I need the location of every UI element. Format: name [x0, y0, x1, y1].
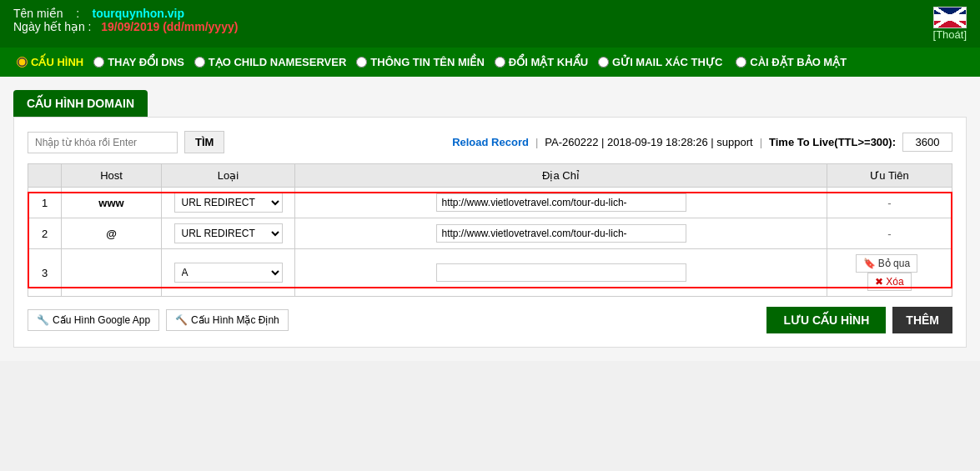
nav-radio-gui-mail[interactable]	[598, 57, 609, 68]
table-wrapper: Host Loại Địa Chỉ Ưu Tiên 1 www URL REDI…	[28, 163, 952, 297]
nav-label-cai-dat-bao-mat: CÀI ĐẶT BẢO MẬT	[750, 56, 847, 68]
domain-config-box: TÌM Reload Record | PA-260222 | 2018-09-…	[13, 117, 967, 348]
flag-container: [Thoát]	[933, 7, 967, 41]
nav-radio-thong-tin[interactable]	[356, 57, 367, 68]
delete-button-3[interactable]: ✖ Xóa	[867, 273, 911, 291]
nav-radio-cai-dat-bao-mat[interactable]	[736, 57, 746, 68]
col-host-header: Host	[62, 164, 162, 188]
wrench-icon: 🔨	[175, 314, 188, 326]
domain-value: tourquynhon.vip	[93, 7, 184, 20]
row-actions-3: 🔖 Bỏ qua ✖ Xóa	[827, 249, 952, 297]
address-input-2[interactable]	[436, 224, 686, 243]
nav-radio-cau-hinh[interactable]	[17, 57, 28, 68]
uk-flag-icon	[933, 7, 967, 28]
skip-icon: 🔖	[863, 258, 876, 269]
nav-label-cau-hinh: CẤU HÌNH	[31, 56, 83, 68]
domain-colon: :	[66, 7, 88, 20]
nav-label-doi-mat-khau: ĐỔI MẬT KHẨU	[509, 56, 588, 68]
separator-2: |	[760, 136, 762, 148]
nav-item-thay-doi-dns[interactable]: THAY ĐỔI DNS	[90, 54, 188, 70]
row-num-3: 3	[28, 249, 62, 297]
ttl-label: Time To Live(TTL>=300):	[769, 136, 896, 148]
row-host-3	[62, 249, 162, 297]
nav-label-tao-child: TẠO CHILD NAMESERVER	[209, 56, 347, 68]
col-priority-header: Ưu Tiên	[827, 164, 952, 188]
table-header-row: Host Loại Địa Chỉ Ưu Tiên	[28, 164, 952, 188]
type-select-3[interactable]: A URL REDIRECT AAAA CNAME MX TXT	[174, 263, 283, 283]
main-content: CẤU HÌNH DOMAIN TÌM Reload Record | PA-2…	[0, 77, 980, 361]
address-input-1[interactable]	[436, 193, 686, 212]
col-num-header	[28, 164, 62, 188]
nav-label-gui-mail: GỬI MAIL XÁC THỰC	[612, 56, 722, 68]
table-row: 3 A URL REDIRECT AAAA CNAME MX TXT	[28, 249, 952, 297]
row-type-2: URL REDIRECT A AAAA CNAME MX TXT	[162, 218, 295, 249]
row-priority-2: -	[827, 218, 952, 249]
config-google-button[interactable]: 🔧 Cấu Hình Google App	[28, 309, 159, 331]
table-row: 2 @ URL REDIRECT A AAAA CNAME MX TXT	[28, 218, 952, 249]
nav-item-cau-hinh[interactable]: CẤU HÌNH	[13, 54, 87, 70]
config-default-button[interactable]: 🔨 Cấu Hình Mặc Định	[166, 309, 289, 331]
header-info: Tên miền : tourquynhon.vip Ngày hết hạn …	[13, 7, 238, 33]
nav-radio-tao-child[interactable]	[194, 57, 205, 68]
domain-label: Tên miền	[13, 7, 63, 20]
section-title: CẤU HÌNH DOMAIN	[13, 90, 148, 117]
expiry-label: Ngày hết hạn :	[13, 20, 92, 33]
navbar: CẤU HÌNH THAY ĐỔI DNS TẠO CHILD NAMESERV…	[0, 48, 980, 77]
row-host-2: @	[62, 218, 162, 249]
type-select-1[interactable]: URL REDIRECT A AAAA CNAME MX TXT	[174, 193, 283, 213]
reload-record-link[interactable]: Reload Record	[452, 136, 529, 148]
nav-label-thong-tin: THÔNG TIN TÊN MIỀN	[370, 56, 485, 68]
logout-link[interactable]: [Thoát]	[933, 28, 967, 41]
delete-icon: ✖	[875, 276, 883, 288]
bottom-row: 🔧 Cấu Hình Google App 🔨 Cấu Hình Mặc Địn…	[28, 307, 952, 333]
row-type-1: URL REDIRECT A AAAA CNAME MX TXT	[162, 188, 295, 218]
type-select-2[interactable]: URL REDIRECT A AAAA CNAME MX TXT	[174, 223, 283, 243]
col-address-header: Địa Chỉ	[295, 164, 827, 188]
reload-info: Reload Record | PA-260222 | 2018-09-19 1…	[452, 133, 952, 152]
delete-label: Xóa	[886, 276, 903, 288]
row-type-3: A URL REDIRECT AAAA CNAME MX TXT	[162, 249, 295, 297]
col-type-header: Loại	[162, 164, 295, 188]
config-google-label: Cấu Hình Google App	[53, 314, 150, 326]
domain-line: Tên miền : tourquynhon.vip	[13, 7, 238, 20]
nav-radio-thay-doi-dns[interactable]	[93, 57, 104, 68]
table-row: 1 www URL REDIRECT A AAAA CNAME MX TXT	[28, 188, 952, 218]
config-default-label: Cấu Hình Mặc Định	[191, 314, 279, 326]
row-address-1	[295, 188, 827, 218]
row-address-2	[295, 218, 827, 249]
google-icon: 🔧	[37, 314, 49, 326]
separator-1: |	[535, 136, 538, 148]
expiry-value: 19/09/2019 (dd/mm/yyyy)	[101, 20, 238, 33]
row-priority-1: -	[827, 188, 952, 218]
record-info: PA-260222 | 2018-09-19 18:28:26 | suppor…	[545, 136, 752, 148]
skip-label: Bỏ qua	[878, 258, 910, 269]
header: Tên miền : tourquynhon.vip Ngày hết hạn …	[0, 0, 980, 48]
search-button[interactable]: TÌM	[184, 131, 224, 153]
nav-label-thay-doi-dns: THAY ĐỔI DNS	[108, 56, 184, 68]
nav-radio-doi-mat-khau[interactable]	[495, 57, 505, 68]
row-num-1: 1	[28, 188, 62, 218]
add-button[interactable]: THÊM	[892, 307, 952, 333]
skip-button-3[interactable]: 🔖 Bỏ qua	[856, 254, 917, 273]
expiry-line: Ngày hết hạn : 19/09/2019 (dd/mm/yyyy)	[13, 20, 238, 33]
nav-item-thong-tin[interactable]: THÔNG TIN TÊN MIỀN	[353, 54, 488, 70]
nav-item-doi-mat-khau[interactable]: ĐỔI MẬT KHẨU	[491, 54, 591, 70]
nav-item-tao-child[interactable]: TẠO CHILD NAMESERVER	[191, 54, 350, 70]
address-input-3[interactable]	[436, 263, 686, 282]
search-row: TÌM Reload Record | PA-260222 | 2018-09-…	[28, 131, 952, 153]
search-input[interactable]	[28, 132, 178, 153]
expiry-spacer	[94, 20, 98, 33]
nav-item-cai-dat-bao-mat[interactable]: CÀI ĐẶT BẢO MẬT	[732, 54, 850, 70]
save-button[interactable]: LƯU CẤU HÌNH	[766, 307, 886, 333]
row-host-1: www	[62, 188, 162, 218]
nav-item-gui-mail[interactable]: GỬI MAIL XÁC THỰC	[595, 54, 726, 70]
row-address-3	[295, 249, 827, 297]
dns-table: Host Loại Địa Chỉ Ưu Tiên 1 www URL REDI…	[28, 163, 952, 297]
ttl-input[interactable]	[902, 133, 952, 152]
row-num-2: 2	[28, 218, 62, 249]
